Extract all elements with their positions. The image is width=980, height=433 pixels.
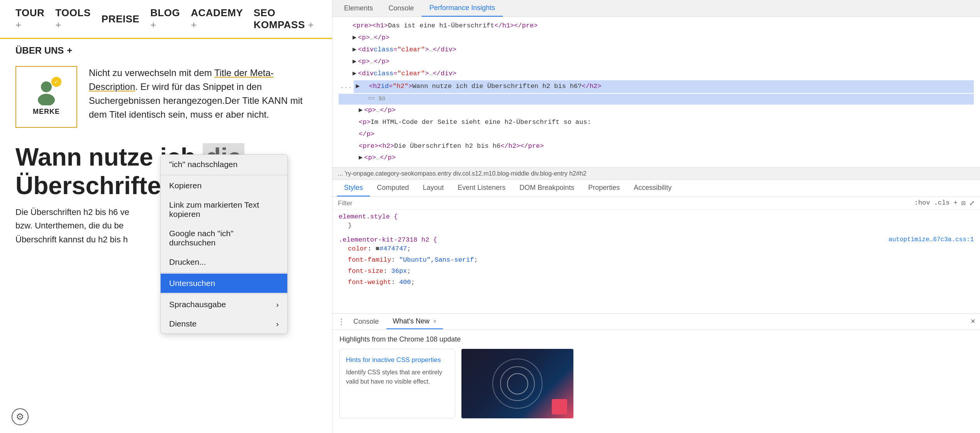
merke-label: MERKE xyxy=(33,108,60,116)
bottom-panel: ⋮ Console What's New × × Highlights from… xyxy=(332,313,980,433)
context-menu-item-search[interactable]: "ich" nachschlagen xyxy=(161,155,287,174)
rule-prop-color: color: ■#474747; xyxy=(339,244,974,255)
whats-new-title: Highlights from the Chrome 108 update xyxy=(339,335,973,343)
nav-bar: TOUR + TOOLS + PREISE BLOG + ACADEMY + S… xyxy=(0,0,332,39)
rule-prop-font-size: font-size: 36px; xyxy=(339,266,974,277)
tab-layout[interactable]: Layout xyxy=(416,180,451,196)
breadcrumb-text: ... 'ry-onpage.category-seokompass.entry… xyxy=(338,170,587,177)
collapse-triangle-2[interactable]: ▶ xyxy=(353,44,358,56)
devtools-panel: Elements Console Performance Insights <p… xyxy=(332,0,980,433)
filter-hov-btn[interactable]: :hov xyxy=(914,199,930,207)
close-all-button[interactable]: × xyxy=(971,317,975,326)
uber-uns-plus: + xyxy=(67,45,72,56)
html-line-4: ▶ <p>…</p> xyxy=(339,56,974,68)
collapse-triangle-7[interactable]: ▶ xyxy=(359,152,364,164)
html-line-11: ▶ <p>…</p> xyxy=(339,152,974,164)
html-line-5: ▶ <div class="clear">…</div> xyxy=(339,68,974,80)
devtools-tab-elements[interactable]: Elements xyxy=(336,0,381,16)
collapse-triangle-4[interactable]: ▶ xyxy=(353,68,358,79)
html-line-3: ▶ <div class="clear">…</div> xyxy=(339,44,974,56)
html-line-9: </p> xyxy=(339,129,974,140)
devtools-tab-performance[interactable]: Performance Insights xyxy=(422,0,503,17)
rule-header: .elementor-kit-27318 h2 { autoptimize…67… xyxy=(339,236,974,244)
ellipsis-indicator: ... xyxy=(339,81,352,92)
bottom-tabs-menu[interactable]: ⋮ xyxy=(337,318,346,326)
uber-uns-label[interactable]: ÜBER UNS xyxy=(15,45,64,56)
bottom-tab-console[interactable]: Console xyxy=(347,315,385,329)
merke-text-before: Nicht zu verwechseln mit dem xyxy=(89,68,214,78)
styles-panel: Styles Computed Layout Event Listeners D… xyxy=(332,180,980,313)
breadcrumb-bar: ... 'ry-onpage.category-seokompass.entry… xyxy=(332,167,980,180)
card-desc-1: Identify CSS styles that are entirely va… xyxy=(346,368,449,386)
collapse-triangle-3[interactable]: ▶ xyxy=(353,56,358,68)
element-style-rule: element.style { } xyxy=(339,213,974,232)
img-red-box xyxy=(552,399,567,414)
whats-new-close-btn[interactable]: × xyxy=(433,318,437,325)
element-style-close: } xyxy=(339,220,974,232)
context-menu: "ich" nachschlagen Kopieren Link zum mar… xyxy=(160,154,288,334)
tab-dom-breakpoints[interactable]: DOM Breakpoints xyxy=(512,180,581,196)
rule-prop-font-family: font-family: "Ubuntu",Sans-serif; xyxy=(339,255,974,266)
tab-computed[interactable]: Computed xyxy=(370,180,416,196)
tab-event-listeners[interactable]: Event Listeners xyxy=(451,180,512,196)
bottom-tab-whats-new[interactable]: What's New × xyxy=(387,314,443,329)
nav-item-preise[interactable]: PREISE xyxy=(102,13,139,25)
styles-filter-input[interactable] xyxy=(338,200,910,207)
rule-prop-font-weight: font-weight: 400; xyxy=(339,277,974,288)
html-line-eq: == $0 xyxy=(339,94,974,105)
svg-point-0 xyxy=(41,81,52,92)
filter-expand-btn[interactable]: ⤢ xyxy=(969,199,975,207)
collapse-triangle-1[interactable]: ▶ xyxy=(353,32,358,44)
html-line-8: <p>Im HTML-Code der Seite sieht eine h2-… xyxy=(339,117,974,129)
merke-box: ✓ MERKE xyxy=(15,66,77,128)
nav-item-blog[interactable]: BLOG + xyxy=(150,7,180,31)
tab-properties[interactable]: Properties xyxy=(581,180,627,196)
filter-cls-btn[interactable]: .cls xyxy=(934,199,950,207)
styles-tabs: Styles Computed Layout Event Listeners D… xyxy=(332,180,980,197)
bottom-tabs: ⋮ Console What's New × × xyxy=(332,314,980,330)
card-link-1[interactable]: Hints for inactive CSS properties xyxy=(346,355,449,365)
uber-uns-bar: ÜBER UNS + xyxy=(0,39,332,62)
elementor-rule: .elementor-kit-27318 h2 { autoptimize…67… xyxy=(339,236,974,288)
element-style-selector: element.style { xyxy=(339,213,974,220)
whats-new-image xyxy=(461,349,573,418)
context-menu-item-copy[interactable]: Kopieren xyxy=(161,176,287,195)
tab-accessibility[interactable]: Accessibility xyxy=(627,180,678,196)
nav-item-seo-kompass[interactable]: SEO KOMPASS + xyxy=(254,7,317,31)
nav-item-tools[interactable]: TOOLS + xyxy=(55,7,91,31)
filter-device-btn[interactable]: ⊡ xyxy=(961,199,965,207)
context-menu-item-print[interactable]: Drucken... xyxy=(161,252,287,272)
whats-new-content: Highlights from the Chrome 108 update Hi… xyxy=(332,330,980,424)
devtools-tabs-top: Elements Console Performance Insights xyxy=(332,0,980,17)
merke-text: Nicht zu verwechseln mit dem Title der M… xyxy=(89,66,317,122)
html-line-2: ▶ <p>…</p> xyxy=(339,32,974,44)
context-menu-item-speech[interactable]: Sprachausgabe › xyxy=(161,295,287,314)
html-line-7: ▶ <p>…</p> xyxy=(339,105,974,117)
context-menu-item-services[interactable]: Dienste › xyxy=(161,314,287,333)
svg-point-1 xyxy=(38,94,55,105)
collapse-triangle-6[interactable]: ▶ xyxy=(359,105,364,116)
tab-styles[interactable]: Styles xyxy=(337,180,370,196)
context-menu-item-inspect[interactable]: Untersuchen xyxy=(161,274,287,293)
left-panel: TOUR + TOOLS + PREISE BLOG + ACADEMY + S… xyxy=(0,0,332,433)
nav-item-tour[interactable]: TOUR + xyxy=(15,7,44,31)
rule-source[interactable]: autoptimize…67c3a.css:1 xyxy=(888,236,974,243)
devtools-tab-console[interactable]: Console xyxy=(381,0,422,16)
settings-icon[interactable]: ⚙ xyxy=(12,408,29,425)
context-menu-item-copy-link[interactable]: Link zum markierten Text kopieren xyxy=(161,195,287,224)
styles-filter-bar: :hov .cls + ⊡ ⤢ xyxy=(332,197,980,210)
whats-new-card-1: Hints for inactive CSS properties Identi… xyxy=(339,349,455,418)
html-line-6-selected[interactable]: ▶ <h2 id="h2">Wann nutze ich die Übersch… xyxy=(354,80,974,93)
whats-new-cards: Hints for inactive CSS properties Identi… xyxy=(339,349,973,418)
filter-plus-btn[interactable]: + xyxy=(954,199,958,207)
context-menu-item-google[interactable]: Google nach "ich" durchsuchen xyxy=(161,224,287,252)
speech-arrow: › xyxy=(276,300,279,309)
filter-buttons: :hov .cls + ⊡ ⤢ xyxy=(914,199,975,207)
rule-selector: .elementor-kit-27318 h2 { xyxy=(339,236,437,244)
html-line-10: <pre><h2>Die Überschriften h2 bis h6</h2… xyxy=(339,140,974,152)
nav-item-academy[interactable]: ACADEMY + xyxy=(191,7,242,31)
html-line-1: <pre><h1>Das ist eine h1-Überschrift</h1… xyxy=(339,20,974,32)
img-circle-inner xyxy=(507,373,528,394)
collapse-triangle-5[interactable]: ▶ xyxy=(356,81,361,92)
context-menu-separator-3 xyxy=(161,294,287,294)
